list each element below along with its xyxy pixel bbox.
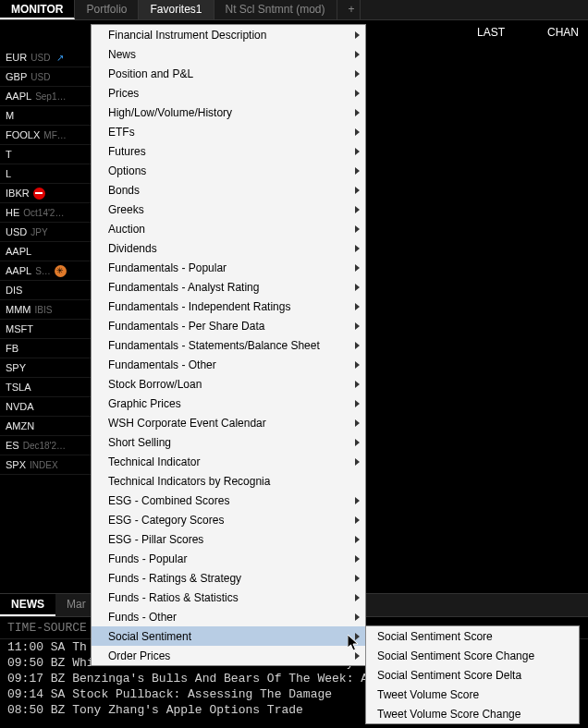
tab-add[interactable]: +	[337, 0, 361, 19]
submenu-item[interactable]: Social Sentiment Score Delta	[366, 665, 579, 685]
submenu-item[interactable]: Social Sentiment Score Change	[366, 646, 579, 665]
instrument-row[interactable]: MSFT	[0, 320, 92, 339]
instrument-symbol: FB	[6, 343, 18, 354]
menu-item[interactable]: Fundamentals - Independent Ratings	[92, 297, 365, 316]
menu-item[interactable]: Futures	[92, 141, 365, 161]
tab-monitor[interactable]: MONITOR	[0, 0, 75, 19]
instrument-row[interactable]: SPXINDEX	[0, 455, 92, 475]
instrument-row[interactable]: AAPLSep1…	[0, 87, 92, 106]
instrument-symbol: FOOLX	[6, 129, 40, 140]
menu-item-label: Funds - Popular	[108, 552, 187, 565]
menu-item[interactable]: Graphic Prices	[92, 394, 365, 413]
menu-item-label: Greeks	[108, 203, 144, 216]
menu-item[interactable]: Prices	[92, 83, 365, 103]
instrument-row[interactable]: SPY	[0, 358, 92, 378]
instrument-row[interactable]: FOOLXMF…	[0, 126, 92, 145]
menu-item[interactable]: Fundamentals - Per Share Data	[92, 316, 365, 335]
instrument-row[interactable]: FB	[0, 339, 92, 358]
menu-item[interactable]: Technical Indicator	[92, 452, 365, 471]
column-last[interactable]: LAST	[477, 26, 505, 39]
menu-item[interactable]: Fundamentals - Other	[92, 355, 365, 374]
orange-icon: ✳	[55, 265, 67, 277]
instrument-symbol: TSLA	[6, 382, 31, 393]
menu-item[interactable]: ETFs	[92, 122, 365, 141]
submenu-item-label: Social Sentiment Score	[377, 630, 493, 643]
menu-item[interactable]: Funds - Popular	[92, 549, 365, 568]
instrument-row[interactable]: ESDec18'2…	[0, 436, 92, 455]
menu-item-label: Technical Indicator	[108, 455, 200, 468]
instrument-row[interactable]: AAPL	[0, 242, 92, 261]
instrument-suffix: INDEX	[30, 460, 58, 470]
menu-item[interactable]: Greeks	[92, 200, 365, 219]
menu-item[interactable]: ESG - Combined Scores	[92, 491, 365, 510]
instrument-row[interactable]: DIS	[0, 281, 92, 300]
menu-item[interactable]: Order Prices	[92, 646, 365, 665]
menu-item-label: Prices	[108, 87, 139, 100]
instrument-row[interactable]: AMZN	[0, 417, 92, 436]
menu-item[interactable]: Funds - Ratings & Strategy	[92, 568, 365, 588]
column-change[interactable]: CHAN	[547, 26, 579, 39]
menu-item[interactable]: Social Sentiment	[92, 626, 365, 646]
menu-item-label: Position and P&L	[108, 67, 193, 80]
context-menu: Financial Instrument DescriptionNewsPosi…	[91, 24, 366, 666]
menu-item[interactable]: Auction	[92, 219, 365, 238]
instrument-row[interactable]: T	[0, 145, 92, 164]
instrument-suffix: IBIS	[35, 305, 53, 315]
instrument-row[interactable]: HEOct14'2…	[0, 203, 92, 223]
menu-item[interactable]: ESG - Pillar Scores	[92, 529, 365, 549]
instrument-row[interactable]: MMMIBIS	[0, 300, 92, 320]
instrument-symbol: ES	[6, 440, 19, 451]
menu-item[interactable]: Short Selling	[92, 432, 365, 452]
instrument-row[interactable]: GBPUSD	[0, 67, 92, 87]
instrument-row[interactable]: NVDA	[0, 397, 92, 417]
submenu-item[interactable]: Tweet Volume Score Change	[366, 704, 579, 723]
menu-item-label: WSH Corporate Event Calendar	[108, 417, 266, 430]
instrument-symbol: DIS	[6, 285, 22, 296]
menu-item[interactable]: Stock Borrow/Loan	[92, 374, 365, 394]
menu-item[interactable]: Dividends	[92, 238, 365, 258]
menu-item-label: Fundamentals - Per Share Data	[108, 320, 264, 333]
submenu-item[interactable]: Social Sentiment Score	[366, 626, 579, 646]
submenu-item-label: Social Sentiment Score Delta	[377, 669, 521, 682]
menu-item-label: Short Selling	[108, 436, 171, 449]
instrument-row[interactable]: USDJPY	[0, 223, 92, 242]
menu-item-label: Funds - Ratings & Strategy	[108, 572, 241, 585]
menu-item[interactable]: News	[92, 44, 365, 64]
menu-item[interactable]: ESG - Category Scores	[92, 510, 365, 529]
menu-item[interactable]: Fundamentals - Statements/Balance Sheet	[92, 335, 365, 355]
menu-item[interactable]: Funds - Other	[92, 607, 365, 626]
news-tab-news[interactable]: NEWS	[0, 594, 55, 616]
menu-item[interactable]: Position and P&L	[92, 64, 365, 83]
instrument-symbol: T	[6, 149, 12, 160]
instrument-suffix: USD	[31, 72, 50, 82]
menu-item[interactable]: Funds - Ratios & Statistics	[92, 588, 365, 607]
instrument-row[interactable]: EURUSD↗	[0, 48, 92, 67]
menu-item-label: Funds - Ratios & Statistics	[108, 591, 239, 604]
menu-item[interactable]: Fundamentals - Analyst Rating	[92, 277, 365, 297]
menu-item[interactable]: WSH Corporate Event Calendar	[92, 413, 365, 432]
instrument-row[interactable]: TSLA	[0, 378, 92, 397]
menu-item[interactable]: Options	[92, 161, 365, 180]
menu-item[interactable]: Bonds	[92, 180, 365, 200]
menu-item-label: ESG - Category Scores	[108, 514, 224, 527]
menu-item[interactable]: Technical Indicators by Recognia	[92, 471, 365, 491]
instrument-row[interactable]: IBKR	[0, 184, 92, 203]
menu-item-label: Auction	[108, 223, 145, 236]
tab-portfolio[interactable]: Portfolio	[75, 0, 139, 19]
instrument-symbol: M	[6, 110, 14, 121]
submenu-item[interactable]: Tweet Volume Score	[366, 685, 579, 704]
instrument-row[interactable]: M	[0, 106, 92, 126]
menu-item-label: Fundamentals - Independent Ratings	[108, 300, 290, 313]
arrow-up-icon: ↗	[54, 52, 66, 64]
instrument-row[interactable]: L	[0, 164, 92, 184]
tab-nt-scl-sntmnt[interactable]: Nt Scl Sntmnt (mod)	[214, 0, 337, 19]
menu-item-label: Fundamentals - Other	[108, 358, 216, 371]
menu-item[interactable]: High/Low/Volume/History	[92, 103, 365, 122]
instrument-symbol: EUR	[6, 52, 27, 63]
instrument-row[interactable]: AAPLS…✳	[0, 261, 92, 281]
tab-favorites1[interactable]: Favorites1	[139, 0, 214, 19]
menu-item[interactable]: Financial Instrument Description	[92, 25, 365, 44]
menu-item-label: Fundamentals - Popular	[108, 261, 227, 274]
submenu-item-label: Tweet Volume Score Change	[377, 708, 521, 721]
menu-item[interactable]: Fundamentals - Popular	[92, 258, 365, 277]
